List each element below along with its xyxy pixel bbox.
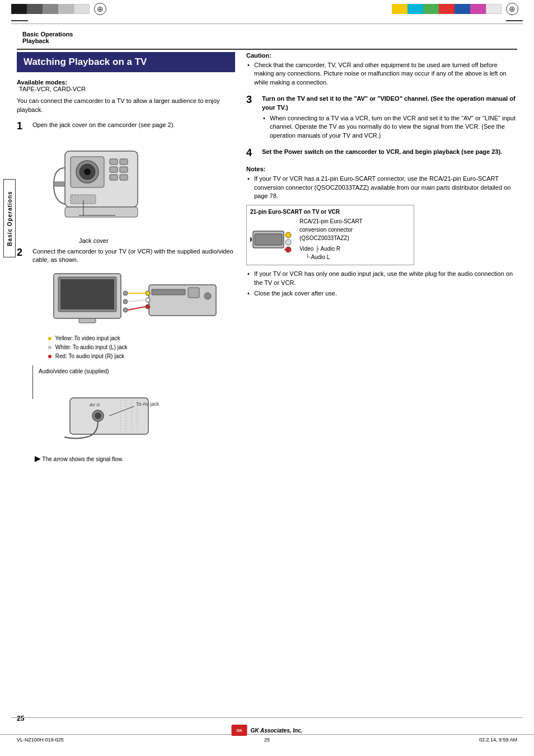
svg-point-4 [84, 168, 91, 175]
cable-label-white: White: To audio input (L) jack [48, 343, 235, 352]
color-block-white [74, 4, 90, 14]
scart-video-r: Video ├ Audio R [299, 245, 363, 253]
svg-marker-51 [250, 237, 252, 242]
svg-point-45 [285, 232, 291, 238]
note-2: If your TV or VCR has only one audio inp… [246, 270, 517, 287]
caution-list: Check that the camcorder, TV, VCR and ot… [246, 61, 517, 87]
cable-labels: Yellow: To video input jack White: To au… [48, 334, 235, 361]
step-2-number: 2 [17, 247, 28, 257]
color-block-lightgray [58, 4, 74, 14]
color-block-darkgray [27, 4, 43, 14]
dot-yellow [48, 337, 51, 340]
svg-point-28 [146, 298, 150, 302]
bottom-rule [11, 717, 523, 718]
svg-rect-7 [110, 167, 118, 172]
svg-point-22 [123, 308, 128, 312]
logo-text: GK Associates, Inc. [251, 727, 303, 734]
svg-rect-9 [110, 175, 118, 180]
notes-title: Notes: [246, 166, 517, 172]
logo-icon: GK [236, 729, 242, 732]
svg-point-26 [204, 293, 211, 299]
scart-svg [250, 223, 295, 256]
color-blocks-right-inner [392, 4, 502, 14]
svg-rect-18 [60, 279, 114, 309]
color-block-blue [455, 4, 470, 14]
available-modes-label: Available modes: [17, 79, 67, 86]
step-4-text: Set the Power switch on the camcorder to… [262, 148, 502, 156]
step-4-header: 4 Set the Power switch on the camcorder … [246, 148, 517, 158]
color-blocks-right: ⊕ [392, 3, 523, 15]
step-2-text: Connect the camcorder to your TV (or VCR… [32, 247, 235, 464]
bottom-file-ref: VL-NZ100H-019-025 [17, 737, 184, 743]
av-cable-label: Audio/video cable (supplied) [39, 368, 165, 375]
svg-rect-44 [255, 234, 282, 245]
cable-label-yellow: Yellow: To video input jack [48, 334, 235, 343]
jack-cover-label: Jack cover [79, 237, 109, 245]
section-category: Basic Operations Playback [22, 31, 512, 44]
note-3: Close the jack cover after use. [246, 289, 517, 298]
step-1-text: Open the jack cover on the camcorder (se… [32, 121, 235, 240]
color-block-white2 [486, 4, 502, 14]
left-column: Watching Playback on a TV Available mode… [17, 52, 235, 472]
available-modes: Available modes: TAPE-VCR, CARD-VCR [17, 79, 235, 92]
scart-label-3: (QSOCZ0033TAZZ) [299, 234, 363, 242]
notes-list-2: If your TV or VCR has only one audio inp… [246, 270, 517, 298]
caution-item-1: Check that the camcorder, TV, VCR and ot… [246, 61, 517, 87]
scart-title: 21-pin Euro-SCART on TV or VCR [250, 209, 410, 215]
step-1: 1 Open the jack cover on the camcorder (… [17, 121, 235, 240]
step-4-number: 4 [246, 148, 257, 158]
signal-flow-note: ▶ The arrow shows the signal flow. [35, 453, 235, 464]
svg-point-35 [95, 412, 101, 419]
svg-point-21 [123, 299, 128, 304]
step-2: 2 Connect the camcorder to your TV (or V… [17, 247, 235, 464]
note-1: If your TV or VCR has a 21-pin Euro-SCAR… [246, 175, 517, 200]
svg-line-31 [128, 300, 146, 302]
svg-rect-13 [54, 182, 65, 186]
top-decorative-bar: ⊕ ⊕ [0, 0, 534, 18]
scart-diagram: 21-pin Euro-SCART on TV or VCR [246, 205, 414, 265]
right-column: Caution: Check that the camcorder, TV, V… [246, 52, 517, 472]
av-cable-section: Audio/video cable (supplied) [32, 365, 235, 450]
svg-rect-5 [110, 159, 118, 165]
step-3-number: 3 [246, 95, 257, 105]
top-rule [11, 24, 523, 24]
camcorder-illustration: Jack cover [48, 134, 160, 237]
page-title: Watching Playback on a TV [24, 57, 228, 68]
sidebar-text: Basic Operations [7, 191, 13, 246]
camcorder-svg [48, 134, 160, 235]
sidebar-label: Basic Operations [3, 179, 16, 257]
svg-rect-10 [120, 175, 128, 180]
dot-white [48, 346, 51, 349]
svg-point-27 [146, 291, 150, 295]
color-block-black [11, 4, 27, 14]
title-box: Watching Playback on a TV [17, 52, 235, 72]
svg-text:AV ⊙: AV ⊙ [90, 402, 100, 407]
color-block-magenta [470, 4, 486, 14]
step-3-bullet-1: When connecting to a TV via a VCR, turn … [262, 114, 517, 140]
notes-list: If your TV or VCR has a 21-pin Euro-SCAR… [246, 175, 517, 200]
scart-label-1: RCA/21-pin Euro-SCART [299, 217, 363, 226]
bottom-page-num: 25 [184, 737, 350, 743]
logo-area: GK GK Associates, Inc. [232, 725, 303, 736]
svg-point-46 [285, 240, 291, 245]
tv-svg [48, 268, 227, 330]
registration-mark-left: ⊕ [94, 3, 106, 15]
content-area: Watching Playback on a TV Available mode… [0, 52, 534, 472]
step-3-header: 3 Turn on the TV and set it to the "AV" … [246, 95, 517, 112]
svg-rect-24 [152, 289, 185, 295]
scart-audio-l: └ Audio L [299, 253, 363, 261]
section-rule [17, 49, 517, 50]
camcorder-bottom-diagram: AV ⊙ To AV jack [53, 392, 165, 450]
color-blocks-left [11, 4, 90, 14]
section-header: Basic Operations Playback [0, 26, 534, 46]
registration-mark-right: ⊕ [506, 3, 518, 15]
scart-label-2: conversion connector [299, 226, 363, 234]
step-1-number: 1 [17, 121, 28, 131]
step-4: 4 Set the Power switch on the camcorder … [246, 148, 517, 158]
svg-line-32 [128, 307, 146, 310]
bottom-date: 02.2.14, 9:59 AM [350, 737, 517, 743]
intro-text: You can connect the camcorder to a TV to… [17, 97, 235, 114]
caution-box: Caution: Check that the camcorder, TV, V… [246, 52, 517, 87]
svg-point-47 [285, 247, 291, 252]
camcorder-bottom-svg: AV ⊙ To AV jack [53, 392, 165, 448]
